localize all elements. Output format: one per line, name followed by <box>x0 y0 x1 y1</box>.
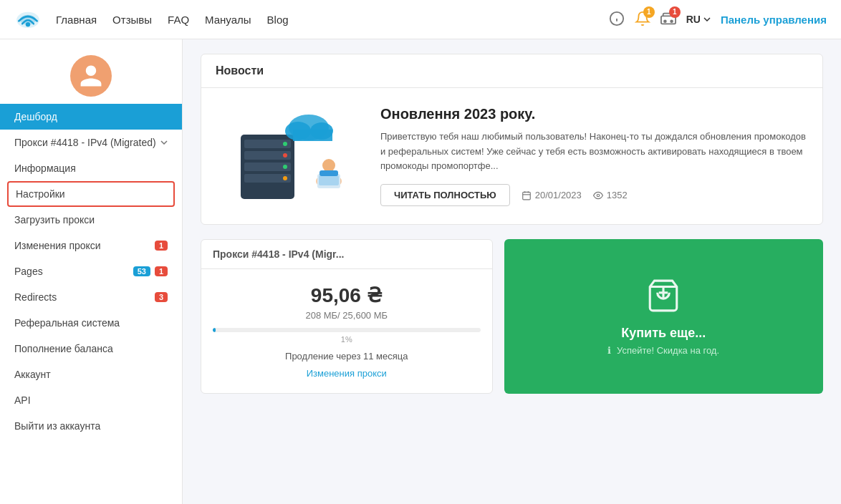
svg-rect-25 <box>523 192 531 200</box>
read-more-button[interactable]: ЧИТАТЬ ПОЛНОСТЬЮ <box>380 184 510 206</box>
buy-subtitle: ℹ Успейте! Скидка на год. <box>607 345 719 356</box>
sidebar-item-settings[interactable]: Настройки <box>7 181 175 207</box>
nav-blog[interactable]: Blog <box>267 14 289 26</box>
progress-label: 1% <box>213 335 481 344</box>
bell-badge: 1 <box>643 6 655 18</box>
sidebar-item-api[interactable]: API <box>0 387 182 413</box>
proxy-card-header: Прокси #4418 - IPv4 (Migr... <box>201 240 492 269</box>
pages-badge-red: 1 <box>155 266 168 276</box>
avatar-area <box>0 39 182 104</box>
sidebar-item-referral[interactable]: Реферальная система <box>0 310 182 336</box>
svg-point-15 <box>283 176 287 180</box>
cards-row: Прокси #4418 - IPv4 (Migr... 95,06 ₴ 208… <box>201 239 823 394</box>
sidebar-item-account[interactable]: Аккаунт <box>0 362 182 387</box>
svg-point-23 <box>322 159 335 172</box>
sidebar-item-balance[interactable]: Пополнение баланса <box>0 336 182 362</box>
car-icon[interactable]: 1 <box>660 11 676 29</box>
proxy-card: Прокси #4418 - IPv4 (Migr... 95,06 ₴ 208… <box>201 239 493 394</box>
sidebar-item-dashboard[interactable]: Дешборд <box>0 104 182 130</box>
proxy-price: 95,06 ₴ <box>213 284 481 307</box>
chevron-down-icon <box>160 140 168 145</box>
redirects-badge: 3 <box>155 292 168 302</box>
svg-point-14 <box>283 165 287 169</box>
svg-point-6 <box>671 20 673 22</box>
lang-selector[interactable]: RU <box>686 14 711 25</box>
panel-link[interactable]: Панель управления <box>721 14 827 26</box>
svg-rect-22 <box>319 175 339 185</box>
news-date: 20/01/2023 <box>522 190 582 200</box>
news-content: Оновлення 2023 року. Приветствую тебя на… <box>380 106 808 206</box>
svg-rect-24 <box>319 170 338 176</box>
news-text: Приветствую тебя наш любимый пользовател… <box>380 130 808 174</box>
main-nav: Главная Отзывы FAQ Мануалы Blog <box>56 14 609 26</box>
news-illustration <box>216 102 359 210</box>
proxy-changes-link[interactable]: Изменения прокси <box>307 368 387 379</box>
header: Главная Отзывы FAQ Мануалы Blog 1 <box>0 0 841 39</box>
svg-point-12 <box>283 142 287 146</box>
svg-point-13 <box>283 153 287 158</box>
svg-point-2 <box>26 22 30 26</box>
avatar <box>70 55 112 97</box>
sidebar-item-pages[interactable]: Pages 53 1 <box>0 258 182 284</box>
cart-icon <box>645 278 681 316</box>
progress-bar <box>213 328 481 332</box>
proxy-changes-badge: 1 <box>155 241 168 251</box>
sidebar-item-logout[interactable]: Выйти из аккаунта <box>0 413 182 439</box>
news-views: 1352 <box>593 190 628 200</box>
pages-badge-blue: 53 <box>133 266 150 276</box>
proxy-data: 208 МБ/ 25,600 МБ <box>213 310 481 321</box>
sidebar-item-info[interactable]: Информация <box>0 155 182 181</box>
sidebar: Дешборд Прокси #4418 - IPv4 (Migrated) И… <box>0 39 183 504</box>
sidebar-item-proxy[interactable]: Прокси #4418 - IPv4 (Migrated) <box>0 130 182 155</box>
svg-rect-19 <box>293 130 332 141</box>
news-footer: ЧИТАТЬ ПОЛНОСТЬЮ 20/01/2023 <box>380 184 808 206</box>
proxy-renewal: Продление через 11 месяца <box>213 351 481 362</box>
sidebar-item-redirects[interactable]: Redirects 3 <box>0 284 182 310</box>
news-body: Оновлення 2023 року. Приветствую тебя на… <box>201 88 822 224</box>
news-header: Новости <box>201 54 822 88</box>
buy-card[interactable]: Купить еще... ℹ Успейте! Скидка на год. <box>504 239 824 394</box>
car-badge: 1 <box>669 6 681 18</box>
header-right: 1 1 RU Панель управления <box>609 11 827 29</box>
nav-home[interactable]: Главная <box>56 14 97 26</box>
logo[interactable] <box>14 6 42 33</box>
news-section: Новости <box>201 54 823 225</box>
news-title: Оновлення 2023 року. <box>380 106 808 122</box>
main-content: Новости <box>183 39 841 504</box>
svg-point-5 <box>664 20 666 22</box>
nav-manuals[interactable]: Мануалы <box>205 14 251 26</box>
proxy-card-body: 95,06 ₴ 208 МБ/ 25,600 МБ 1% Продление ч… <box>201 269 492 393</box>
sidebar-item-proxy-changes[interactable]: Изменения прокси 1 <box>0 233 182 258</box>
svg-point-29 <box>597 194 600 197</box>
progress-fill <box>213 328 216 332</box>
hint-icon[interactable] <box>609 11 625 29</box>
eye-icon <box>593 190 603 200</box>
nav-reviews[interactable]: Отзывы <box>112 14 152 26</box>
bell-icon[interactable]: 1 <box>635 11 650 29</box>
layout: Дешборд Прокси #4418 - IPv4 (Migrated) И… <box>0 39 841 504</box>
nav-faq[interactable]: FAQ <box>168 14 189 26</box>
calendar-icon <box>522 190 532 200</box>
sidebar-item-load-proxy[interactable]: Загрузить прокси <box>0 207 182 233</box>
buy-title: Купить еще... <box>621 326 706 341</box>
